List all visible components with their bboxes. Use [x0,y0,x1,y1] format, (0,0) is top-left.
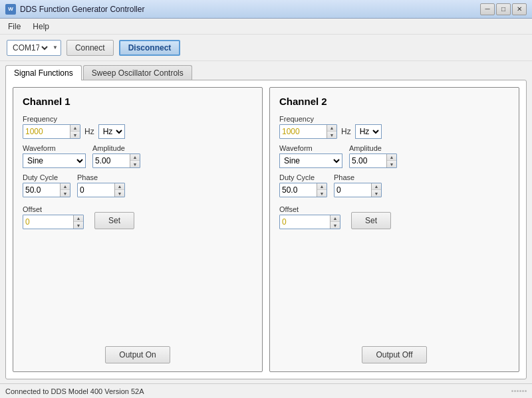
ch1-waveform-group: Waveform Sine Square Triangle Sawtooth [23,144,86,168]
com-port-selector[interactable]: COM17 COM1 COM2 COM3 ▼ [7,40,61,56]
ch2-duty-input[interactable] [280,183,317,197]
ch2-frequency-group: Frequency ▲ ▼ Hz Hz kHz [279,115,509,139]
menu-help[interactable]: Help [27,21,55,33]
ch1-frequency-group: Frequency ▲ ▼ Hz Hz kHz [23,115,253,139]
ch2-waveform-group: Waveform Sine Square Triangle Sawtooth [279,144,342,168]
ch2-offset-spinbox-buttons: ▲ ▼ [330,215,340,229]
ch1-offset-input[interactable] [23,215,73,229]
ch2-frequency-down-button[interactable]: ▼ [327,132,336,138]
ch2-amplitude-group: Amplitude ▲ ▼ [349,144,397,168]
ch1-phase-input[interactable] [78,183,114,197]
ch2-set-button[interactable]: Set [351,212,391,229]
ch1-frequency-down-button[interactable]: ▼ [70,132,80,138]
ch1-duty-up-button[interactable]: ▲ [61,183,70,190]
ch2-offset-input[interactable] [280,215,330,229]
ch2-freq-unit-select[interactable]: Hz kHz MHz [355,124,382,139]
ch2-duty-spinbox[interactable]: ▲ ▼ [279,183,327,197]
ch1-amplitude-group: Amplitude ▲ ▼ [92,144,140,168]
ch2-offset-label: Offset [279,205,340,213]
ch1-phase-label: Phase [77,173,125,181]
minimize-button[interactable]: ─ [480,3,495,15]
ch1-offset-spinbox-buttons: ▲ ▼ [73,215,83,229]
title-bar: W DDS Function Generator Controller ─ □ … [0,0,532,19]
channel-1-box: Channel 1 Frequency ▲ ▼ Hz [13,87,263,372]
ch1-offset-spinbox[interactable]: ▲ ▼ [23,215,84,229]
ch2-duty-down-button[interactable]: ▼ [317,190,327,197]
com-port-select[interactable]: COM17 COM1 COM2 COM3 [10,43,50,53]
tab-signal-functions[interactable]: Signal Functions [5,65,82,80]
ch2-duty-phase-row: Duty Cycle ▲ ▼ Phase [279,173,509,197]
ch1-freq-unit-select[interactable]: Hz kHz MHz [98,124,125,139]
ch2-amplitude-spinbox[interactable]: ▲ ▼ [349,153,397,168]
ch2-amplitude-down-button[interactable]: ▼ [387,161,396,167]
ch2-amplitude-up-button[interactable]: ▲ [387,154,396,161]
main-content: Signal Functions Sweep Oscillator Contro… [0,61,532,383]
ch2-phase-down-button[interactable]: ▼ [372,190,381,197]
menu-bar: File Help [0,19,532,35]
connect-button[interactable]: Connect [66,40,114,56]
ch1-waveform-select[interactable]: Sine Square Triangle Sawtooth [23,153,86,168]
channel-1-title: Channel 1 [23,96,253,107]
ch2-offset-down-button[interactable]: ▼ [331,222,340,229]
ch2-frequency-input[interactable] [280,125,327,138]
maximize-button[interactable]: □ [496,3,511,15]
ch1-phase-spinbox[interactable]: ▲ ▼ [77,183,125,197]
ch1-output-row: Output On [23,340,253,363]
disconnect-button[interactable]: Disconnect [119,40,181,56]
ch2-offset-up-button[interactable]: ▲ [331,215,340,222]
ch1-frequency-spinbox-buttons: ▲ ▼ [70,125,80,138]
ch1-duty-group: Duty Cycle ▲ ▼ [23,173,70,197]
ch1-phase-up-button[interactable]: ▲ [115,183,124,190]
ch2-duty-up-button[interactable]: ▲ [317,183,327,190]
channels-container: Channel 1 Frequency ▲ ▼ Hz [13,87,519,372]
ch2-frequency-up-button[interactable]: ▲ [327,125,336,132]
title-bar-left: W DDS Function Generator Controller [5,4,144,15]
ch1-phase-spinbox-buttons: ▲ ▼ [114,183,124,197]
ch1-offset-row: Offset ▲ ▼ Set [23,203,253,229]
ch1-frequency-up-button[interactable]: ▲ [70,125,80,132]
ch1-output-button[interactable]: Output On [105,346,170,363]
ch1-phase-down-button[interactable]: ▼ [115,190,124,197]
ch1-duty-spinbox[interactable]: ▲ ▼ [23,183,70,197]
ch1-duty-down-button[interactable]: ▼ [61,190,70,197]
menu-file[interactable]: File [3,21,26,33]
ch2-waveform-amplitude-row: Waveform Sine Square Triangle Sawtooth A… [279,144,509,168]
ch2-freq-hz-label: Hz [341,127,351,136]
ch1-set-button[interactable]: Set [94,212,134,229]
ch1-offset-label: Offset [23,205,84,213]
ch2-phase-input[interactable] [334,183,371,197]
tab-sweep-oscillator[interactable]: Sweep Oscillator Controls [83,65,192,80]
ch2-amplitude-spinbox-buttons: ▲ ▼ [386,154,396,167]
ch2-offset-spinbox[interactable]: ▲ ▼ [279,215,340,229]
ch1-duty-spinbox-buttons: ▲ ▼ [60,183,70,197]
ch1-phase-group: Phase ▲ ▼ [77,173,125,197]
ch2-phase-label: Phase [334,173,382,181]
ch1-amplitude-spinbox[interactable]: ▲ ▼ [92,153,140,168]
ch1-amplitude-input[interactable] [93,154,130,167]
ch2-output-button[interactable]: Output Off [362,346,426,363]
close-button[interactable]: ✕ [512,3,527,15]
ch2-amplitude-input[interactable] [350,154,386,167]
ch1-offset-group: Offset ▲ ▼ [23,205,84,229]
status-message: Connected to DDS Model 400 Version 52A [5,387,144,395]
ch2-offset-row: Offset ▲ ▼ Set [279,203,509,229]
ch2-frequency-spinbox[interactable]: ▲ ▼ [279,124,337,139]
ch1-frequency-input[interactable] [23,125,70,138]
ch2-phase-up-button[interactable]: ▲ [372,183,381,190]
ch2-duty-label: Duty Cycle [279,173,327,181]
ch1-amplitude-up-button[interactable]: ▲ [130,154,140,161]
ch1-frequency-spinbox[interactable]: ▲ ▼ [23,124,80,139]
ch1-offset-up-button[interactable]: ▲ [74,215,83,222]
ch2-amplitude-label: Amplitude [349,144,397,152]
ch1-waveform-label: Waveform [23,144,86,152]
com-dropdown-arrow-icon: ▼ [53,45,58,50]
ch2-waveform-select[interactable]: Sine Square Triangle Sawtooth [279,153,342,168]
ch1-amplitude-label: Amplitude [92,144,140,152]
ch1-offset-down-button[interactable]: ▼ [74,222,83,229]
ch1-amplitude-down-button[interactable]: ▼ [130,161,140,167]
ch2-frequency-spinbox-buttons: ▲ ▼ [327,125,336,138]
ch1-duty-input[interactable] [23,183,60,197]
ch2-offset-group: Offset ▲ ▼ [279,205,340,229]
ch1-freq-hz-label: Hz [84,127,94,136]
ch2-phase-spinbox[interactable]: ▲ ▼ [334,183,382,197]
